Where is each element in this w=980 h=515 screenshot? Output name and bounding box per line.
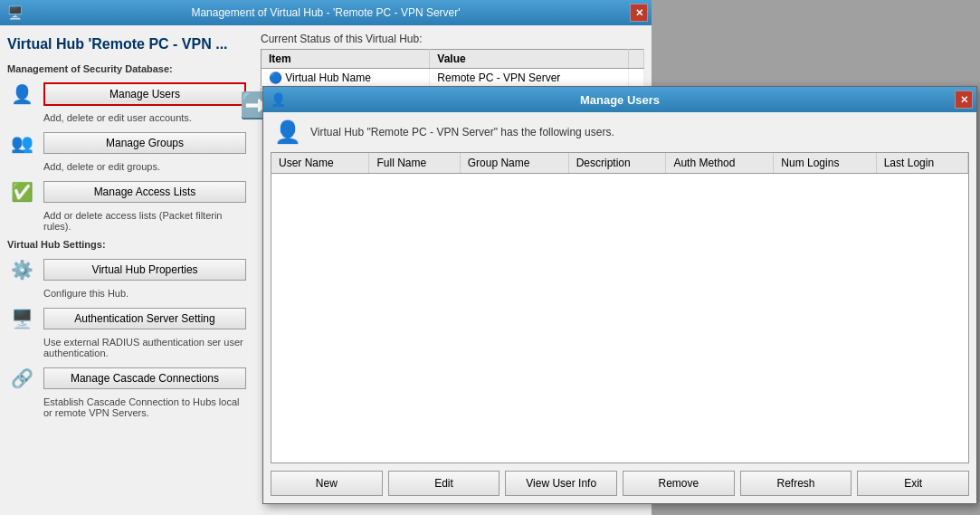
virtual-hub-properties-item: ⚙️ Virtual Hub Properties — [7, 255, 246, 284]
manage-groups-item: 👥 Manage Groups — [7, 129, 246, 157]
view-user-info-button[interactable]: View User Info — [505, 471, 617, 496]
users-table-container[interactable]: User Name Full Name Group Name Descripti… — [271, 152, 969, 463]
manage-groups-button[interactable]: Manage Groups — [43, 132, 246, 154]
manage-users-item: 👤 Manage Users — [7, 80, 246, 109]
dialog-header-icon: 👤 — [274, 119, 301, 145]
users-table: User Name Full Name Group Name Descripti… — [271, 153, 968, 174]
exit-button[interactable]: Exit — [857, 471, 969, 496]
status-value-hubname: Remote PC - VPN Server — [430, 69, 629, 88]
manage-access-lists-button[interactable]: Manage Access Lists — [43, 181, 246, 203]
new-button[interactable]: New — [271, 471, 383, 496]
virtual-hub-properties-desc: Configure this Hub. — [43, 288, 246, 299]
remove-button[interactable]: Remove — [623, 471, 735, 496]
manage-groups-desc: Add, delete or edit groups. — [43, 161, 246, 172]
main-window-title: Management of Virtual Hub - 'Remote PC -… — [191, 6, 460, 19]
dialog-titlebar: 👤 Manage Users ✕ — [263, 87, 976, 112]
section-management-label: Management of Security Database: — [7, 63, 246, 74]
manage-cascade-desc: Establish Cascade Connection to Hubs loc… — [43, 396, 246, 418]
col-numlogins: Num Logins — [774, 153, 876, 174]
manage-cascade-icon: 🔗 — [7, 364, 36, 393]
virtual-hub-properties-button[interactable]: Virtual Hub Properties — [43, 259, 246, 281]
manage-users-button[interactable]: Manage Users — [43, 82, 246, 106]
status-row-hubname: 🔵 Virtual Hub Name Remote PC - VPN Serve… — [262, 69, 644, 88]
dialog-header: 👤 Virtual Hub "Remote PC - VPN Server" h… — [263, 112, 976, 152]
manage-users-dialog: 👤 Manage Users ✕ 👤 Virtual Hub "Remote P… — [262, 86, 977, 504]
manage-users-icon: 👤 — [7, 80, 36, 109]
auth-server-setting-item: 🖥️ Authentication Server Setting — [7, 304, 246, 333]
dialog-footer: New Edit View User Info Remove Refresh E… — [263, 463, 976, 503]
status-label: Current Status of this Virtual Hub: — [261, 33, 644, 45]
refresh-button[interactable]: Refresh — [740, 471, 852, 496]
virtual-hub-properties-icon: ⚙️ — [7, 255, 36, 284]
status-scrollbar[interactable] — [629, 50, 644, 69]
main-titlebar: 🖥️ Management of Virtual Hub - 'Remote P… — [0, 0, 652, 25]
manage-users-desc: Add, delete or edit user accounts. — [43, 112, 246, 123]
main-close-button[interactable]: ✕ — [630, 4, 648, 22]
left-panel: Virtual Hub 'Remote PC - VPN ... Managem… — [0, 25, 253, 515]
manage-groups-icon: 👥 — [7, 129, 36, 157]
manage-access-lists-desc: Add or delete access lists (Packet filte… — [43, 210, 246, 232]
auth-server-setting-button[interactable]: Authentication Server Setting — [43, 308, 246, 329]
col-username: User Name — [271, 153, 369, 174]
status-col-item: Item — [262, 50, 430, 69]
section-virtualHub-label: Virtual Hub Settings: — [7, 239, 246, 250]
main-window-icon: 🖥️ — [7, 5, 23, 20]
status-scroll-cell1 — [629, 69, 644, 88]
auth-server-setting-icon: 🖥️ — [7, 304, 36, 333]
col-lastlogin: Last Login — [876, 153, 967, 174]
col-groupname: Group Name — [460, 153, 568, 174]
manage-access-lists-item: ✅ Manage Access Lists — [7, 177, 246, 206]
col-authmethod: Auth Method — [666, 153, 774, 174]
manage-access-lists-icon: ✅ — [7, 177, 36, 206]
auth-server-setting-desc: Use external RADIUS authentication ser u… — [43, 337, 246, 358]
manage-cascade-item: 🔗 Manage Cascade Connections — [7, 364, 246, 393]
dialog-title-icon: 👤 — [271, 92, 286, 107]
hub-title: Virtual Hub 'Remote PC - VPN ... — [7, 33, 246, 56]
edit-button[interactable]: Edit — [388, 471, 500, 496]
col-description: Description — [568, 153, 666, 174]
dialog-header-text: Virtual Hub "Remote PC - VPN Server" has… — [310, 126, 614, 138]
status-item-hubname: 🔵 Virtual Hub Name — [262, 69, 430, 88]
dialog-title: Manage Users — [580, 93, 660, 107]
hub-name-icon: 🔵 — [269, 72, 282, 84]
col-fullname: Full Name — [369, 153, 460, 174]
manage-cascade-button[interactable]: Manage Cascade Connections — [43, 367, 246, 389]
status-col-value: Value — [430, 50, 629, 69]
dialog-close-button[interactable]: ✕ — [955, 91, 973, 109]
